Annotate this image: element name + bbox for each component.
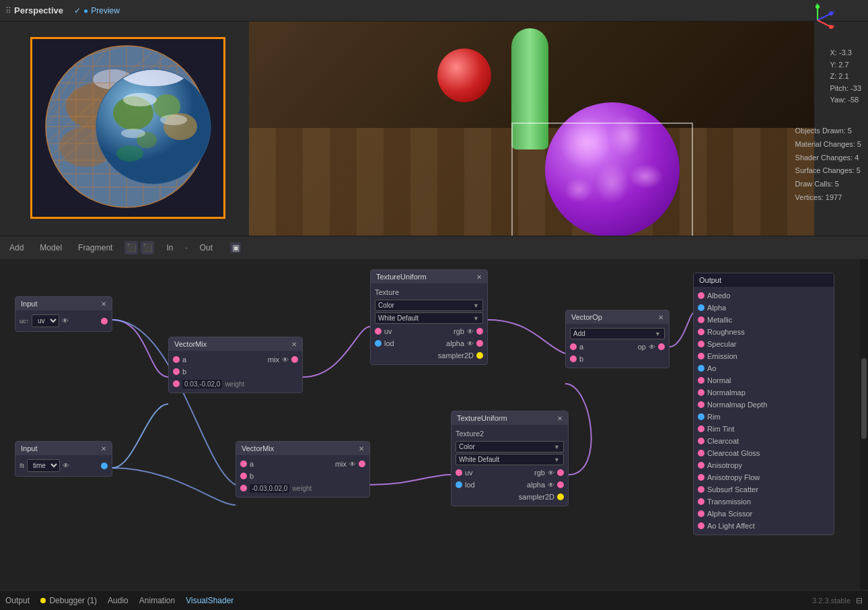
status-output[interactable]: Output [5, 596, 30, 605]
vecop-port-a-in[interactable] [570, 343, 577, 350]
node-input1-type-row: uc↑ uv 👁 [15, 313, 112, 329]
vecop-port-b-in[interactable] [570, 355, 577, 362]
tex1-default-select[interactable]: White Default [375, 312, 483, 324]
tex2-eye-rgb[interactable]: 👁 [548, 469, 554, 477]
node-vmix2-close[interactable]: ✕ [359, 445, 364, 452]
output-label-subsurf: Subsurf Scatter [707, 485, 758, 494]
tex2-default-select[interactable]: White Default [456, 454, 564, 465]
vmix1-port-mix-out[interactable] [291, 356, 298, 363]
camera-y: Y: 2.7 [830, 59, 861, 71]
vecop-port-op-out[interactable] [658, 343, 665, 350]
output-port-clearcoat-dot[interactable] [698, 438, 704, 444]
status-animation[interactable]: Animation [139, 596, 175, 605]
view-toggle[interactable]: ▣ [230, 242, 241, 253]
node-input1-close[interactable]: ✕ [101, 300, 106, 308]
editor-scrollbar[interactable] [860, 259, 868, 590]
tex1-port-sampler-out[interactable] [476, 352, 483, 359]
tex1-channel-wrapper: Color ▼ [375, 300, 483, 311]
output-label-ao-light: Ao Light Affect [707, 522, 755, 530]
output-port-roughness-dot[interactable] [698, 329, 704, 335]
status-audio[interactable]: Audio [108, 596, 129, 605]
toggle1[interactable]: ⬛ [124, 241, 138, 255]
output-port-specular: Specular [694, 338, 834, 350]
stat-material: Material Changes: 5 [795, 138, 861, 151]
output-port-anisotropy-dot[interactable] [698, 462, 704, 469]
output-port-metallic-dot[interactable] [698, 316, 704, 323]
output-port-ao-light: Ao Light Affect [694, 520, 834, 532]
output-port-anisotropy-flow-dot[interactable] [698, 474, 704, 481]
node-input1: Input ✕ uc↑ uv 👁 [15, 296, 112, 332]
vmix1-eye-mix[interactable]: 👁 [282, 356, 289, 364]
tex1-eye-rgb[interactable]: 👁 [467, 328, 474, 335]
output-port-clearcoat-gloss-dot[interactable] [698, 450, 704, 456]
vmix1-port-b-in[interactable] [173, 368, 180, 375]
node-input2-close[interactable]: ✕ [101, 445, 106, 452]
input1-type-select[interactable]: uv [32, 314, 59, 327]
output-port-normal-dot[interactable] [698, 377, 704, 384]
vmix2-eye-mix[interactable]: 👁 [349, 461, 356, 468]
node-tex2-close[interactable]: ✕ [557, 415, 563, 422]
output-label-normal: Normal [707, 376, 731, 384]
input2-type-select[interactable]: time [27, 459, 60, 472]
output-port-metallic: Metallic [694, 314, 834, 326]
node-vecop-title: VectorOp [571, 313, 602, 321]
model-button[interactable]: Model [36, 242, 66, 254]
status-visual-shader[interactable]: VisualShader [186, 596, 233, 605]
input2-eye-icon[interactable]: 👁 [63, 462, 69, 469]
tex1-eye-alpha[interactable]: 👁 [467, 340, 474, 347]
output-port-rim-tint-dot[interactable] [698, 426, 704, 432]
tex2-port-sampler-out[interactable] [557, 494, 564, 500]
preview-button[interactable]: ✓ ● Preview [74, 6, 120, 15]
vmix2-port-a-in[interactable] [240, 461, 247, 467]
input1-output-port[interactable] [101, 318, 108, 325]
vmix2-port-weight-in[interactable] [240, 485, 247, 492]
tex2-alpha-label: alpha [527, 481, 545, 489]
output-port-rim-dot[interactable] [698, 413, 704, 420]
vmix2-port-mix-out[interactable] [359, 461, 365, 467]
vecop-eye-op[interactable]: 👁 [649, 343, 655, 351]
add-button[interactable]: Add [5, 242, 28, 254]
layout-icon[interactable]: ⊟ [856, 596, 863, 605]
svg-line-51 [818, 20, 831, 27]
output-port-ao-dot[interactable] [698, 365, 704, 372]
node-vmix1-close[interactable]: ✕ [291, 341, 297, 348]
tex1-port-uv-in[interactable] [375, 328, 382, 335]
output-port-alpha-dot[interactable] [698, 304, 704, 311]
tex2-port-lod-in[interactable] [456, 481, 462, 488]
fragment-button[interactable]: Fragment [74, 242, 116, 254]
output-port-specular-dot[interactable] [698, 341, 704, 347]
output-port-normalmap-depth-dot[interactable] [698, 401, 704, 408]
status-debugger[interactable]: Debugger (1) [40, 596, 97, 605]
stats-panel: Objects Drawn: 5 Material Changes: 5 Sha… [795, 125, 861, 205]
output-port-roughness: Roughness [694, 326, 834, 338]
tex2-eye-alpha[interactable]: 👁 [548, 481, 554, 489]
vecop-row-b: b [566, 353, 669, 365]
node-vecop-close[interactable]: ✕ [658, 314, 663, 321]
output-port-subsurf-dot[interactable] [698, 486, 704, 493]
input1-eye-icon[interactable]: 👁 [62, 317, 69, 325]
input2-output-port[interactable] [101, 463, 108, 469]
tex1-port-lod-in[interactable] [375, 340, 382, 347]
tex2-port-alpha-out[interactable] [557, 481, 564, 488]
output-port-alpha: Alpha [694, 302, 834, 314]
toggle2[interactable]: ⬛ [141, 241, 154, 255]
output-port-albedo-dot[interactable] [698, 292, 704, 299]
node-input2: Input ✕ flt time 👁 [15, 441, 112, 477]
vmix1-port-weight-in[interactable] [173, 380, 180, 387]
tex2-port-uv-in[interactable] [456, 469, 462, 476]
output-port-transmission-dot[interactable] [698, 498, 704, 505]
tex1-port-rgb-out[interactable] [476, 328, 483, 335]
output-port-normalmap-dot[interactable] [698, 389, 704, 396]
editor-scrollbar-thumb[interactable] [861, 358, 867, 439]
tex2-channel-select[interactable]: Color [456, 441, 564, 452]
vmix1-port-a-in[interactable] [173, 356, 180, 363]
node-tex1-close[interactable]: ✕ [476, 273, 482, 281]
output-port-emission-dot[interactable] [698, 353, 704, 360]
tex1-port-alpha-out[interactable] [476, 340, 483, 347]
tex1-channel-select[interactable]: Color [375, 300, 483, 311]
vmix2-port-b-in[interactable] [240, 473, 247, 479]
tex2-port-rgb-out[interactable] [557, 469, 564, 476]
output-port-alpha-scissor-dot[interactable] [698, 510, 704, 517]
vecop-op-select[interactable]: Add [570, 328, 665, 339]
output-port-ao-light-dot[interactable] [698, 522, 704, 529]
